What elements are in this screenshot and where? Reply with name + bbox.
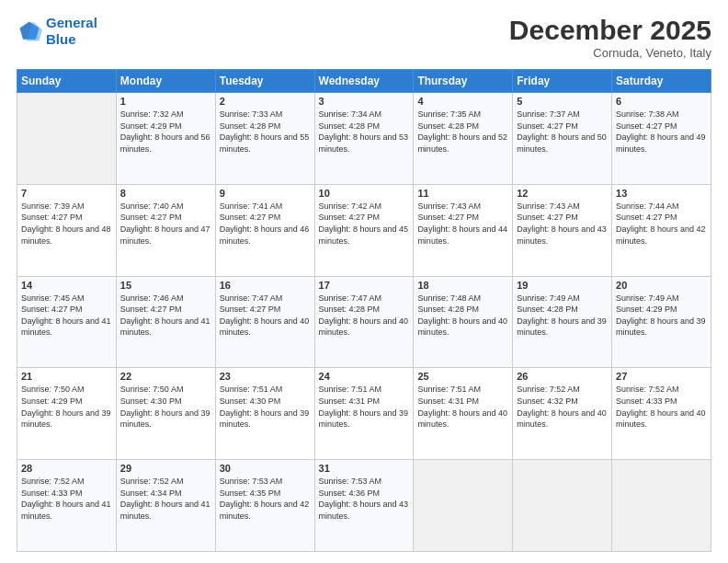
daylight-text: Daylight: 8 hours and 55 minutes.	[220, 132, 310, 154]
daylight-text: Daylight: 8 hours and 43 minutes.	[319, 500, 409, 521]
sunset-text: Sunset: 4:36 PM	[319, 488, 381, 498]
calendar-cell: 13Sunrise: 7:44 AMSunset: 4:27 PMDayligh…	[612, 184, 711, 276]
daylight-text: Daylight: 8 hours and 56 minutes.	[120, 132, 210, 154]
calendar-cell: 14Sunrise: 7:45 AMSunset: 4:27 PMDayligh…	[17, 276, 117, 368]
header: General Blue December 2025 Cornuda, Vene…	[17, 15, 711, 60]
day-info: Sunrise: 7:52 AMSunset: 4:33 PMDaylight:…	[21, 476, 112, 522]
calendar-cell: 1Sunrise: 7:32 AMSunset: 4:29 PMDaylight…	[116, 93, 215, 185]
sunrise-text: Sunrise: 7:49 AM	[616, 293, 679, 303]
calendar-cell	[513, 460, 612, 552]
sunset-text: Sunset: 4:34 PM	[120, 488, 182, 498]
sunrise-text: Sunrise: 7:34 AM	[319, 109, 382, 119]
calendar-cell: 26Sunrise: 7:52 AMSunset: 4:32 PMDayligh…	[513, 368, 612, 460]
sunset-text: Sunset: 4:31 PM	[417, 396, 479, 406]
weekday-header-sunday: Sunday	[17, 70, 117, 93]
daylight-text: Daylight: 8 hours and 41 minutes.	[21, 500, 111, 521]
weekday-header-wednesday: Wednesday	[314, 70, 414, 93]
day-number: 30	[220, 463, 311, 474]
day-info: Sunrise: 7:52 AMSunset: 4:32 PMDaylight:…	[517, 384, 608, 430]
daylight-text: Daylight: 8 hours and 42 minutes.	[220, 500, 310, 521]
calendar-cell: 4Sunrise: 7:35 AMSunset: 4:28 PMDaylight…	[414, 93, 513, 185]
calendar-cell: 19Sunrise: 7:49 AMSunset: 4:28 PMDayligh…	[513, 276, 612, 368]
sunset-text: Sunset: 4:28 PM	[220, 121, 281, 131]
calendar-table: SundayMondayTuesdayWednesdayThursdayFrid…	[17, 69, 711, 552]
daylight-text: Daylight: 8 hours and 40 minutes.	[616, 408, 706, 430]
weekday-header-tuesday: Tuesday	[215, 70, 314, 93]
sunset-text: Sunset: 4:27 PM	[616, 121, 677, 131]
calendar-cell: 29Sunrise: 7:52 AMSunset: 4:34 PMDayligh…	[116, 460, 215, 552]
day-info: Sunrise: 7:51 AMSunset: 4:31 PMDaylight:…	[319, 384, 410, 430]
sunset-text: Sunset: 4:27 PM	[319, 213, 381, 222]
sunrise-text: Sunrise: 7:53 AM	[319, 477, 382, 486]
calendar-cell: 10Sunrise: 7:42 AMSunset: 4:27 PMDayligh…	[314, 184, 414, 276]
sunset-text: Sunset: 4:30 PM	[120, 396, 182, 406]
day-info: Sunrise: 7:50 AMSunset: 4:30 PMDaylight:…	[120, 384, 211, 430]
calendar-cell: 24Sunrise: 7:51 AMSunset: 4:31 PMDayligh…	[314, 368, 414, 460]
calendar-cell: 17Sunrise: 7:47 AMSunset: 4:28 PMDayligh…	[314, 276, 414, 368]
calendar-cell	[17, 93, 117, 185]
calendar-week-4: 21Sunrise: 7:50 AMSunset: 4:29 PMDayligh…	[17, 368, 711, 460]
sunset-text: Sunset: 4:28 PM	[517, 304, 578, 314]
day-info: Sunrise: 7:51 AMSunset: 4:31 PMDaylight:…	[417, 384, 508, 430]
page: General Blue December 2025 Cornuda, Vene…	[0, 0, 728, 563]
sunset-text: Sunset: 4:32 PM	[517, 396, 578, 406]
day-number: 1	[120, 96, 211, 107]
day-info: Sunrise: 7:43 AMSunset: 4:27 PMDaylight:…	[517, 201, 608, 247]
sunrise-text: Sunrise: 7:43 AM	[517, 201, 580, 211]
calendar-cell: 12Sunrise: 7:43 AMSunset: 4:27 PMDayligh…	[513, 184, 612, 276]
calendar-cell: 31Sunrise: 7:53 AMSunset: 4:36 PMDayligh…	[314, 460, 414, 552]
daylight-text: Daylight: 8 hours and 41 minutes.	[120, 316, 210, 338]
logo-text: General Blue	[46, 15, 97, 48]
day-info: Sunrise: 7:35 AMSunset: 4:28 PMDaylight:…	[417, 109, 508, 155]
daylight-text: Daylight: 8 hours and 49 minutes.	[616, 132, 706, 154]
daylight-text: Daylight: 8 hours and 52 minutes.	[417, 132, 507, 154]
sunset-text: Sunset: 4:28 PM	[319, 304, 381, 314]
day-info: Sunrise: 7:42 AMSunset: 4:27 PMDaylight:…	[319, 201, 410, 247]
sunrise-text: Sunrise: 7:45 AM	[21, 293, 85, 303]
sunset-text: Sunset: 4:27 PM	[220, 304, 281, 314]
sunset-text: Sunset: 4:29 PM	[21, 396, 83, 406]
month-title: December 2025	[509, 15, 711, 46]
day-info: Sunrise: 7:40 AMSunset: 4:27 PMDaylight:…	[120, 201, 211, 247]
logo-icon	[17, 18, 42, 44]
sunset-text: Sunset: 4:27 PM	[120, 304, 182, 314]
calendar-cell: 30Sunrise: 7:53 AMSunset: 4:35 PMDayligh…	[215, 460, 314, 552]
daylight-text: Daylight: 8 hours and 44 minutes.	[417, 224, 507, 246]
sunrise-text: Sunrise: 7:52 AM	[616, 385, 679, 394]
calendar-cell: 8Sunrise: 7:40 AMSunset: 4:27 PMDaylight…	[116, 184, 215, 276]
day-info: Sunrise: 7:43 AMSunset: 4:27 PMDaylight:…	[417, 201, 508, 247]
day-number: 3	[319, 96, 410, 107]
day-info: Sunrise: 7:39 AMSunset: 4:27 PMDaylight:…	[21, 201, 112, 247]
sunrise-text: Sunrise: 7:52 AM	[517, 385, 580, 394]
daylight-text: Daylight: 8 hours and 53 minutes.	[319, 132, 409, 154]
day-info: Sunrise: 7:49 AMSunset: 4:29 PMDaylight:…	[616, 293, 707, 339]
calendar-cell: 7Sunrise: 7:39 AMSunset: 4:27 PMDaylight…	[17, 184, 117, 276]
calendar-cell: 11Sunrise: 7:43 AMSunset: 4:27 PMDayligh…	[414, 184, 513, 276]
daylight-text: Daylight: 8 hours and 40 minutes.	[220, 316, 310, 338]
day-info: Sunrise: 7:34 AMSunset: 4:28 PMDaylight:…	[319, 109, 410, 155]
sunrise-text: Sunrise: 7:48 AM	[417, 293, 481, 303]
day-number: 31	[319, 463, 410, 474]
sunset-text: Sunset: 4:31 PM	[319, 396, 381, 406]
sunset-text: Sunset: 4:27 PM	[21, 304, 83, 314]
day-number: 20	[616, 280, 707, 291]
sunrise-text: Sunrise: 7:35 AM	[417, 109, 481, 119]
day-info: Sunrise: 7:50 AMSunset: 4:29 PMDaylight:…	[21, 384, 112, 430]
day-info: Sunrise: 7:32 AMSunset: 4:29 PMDaylight:…	[120, 109, 211, 155]
calendar-cell: 16Sunrise: 7:47 AMSunset: 4:27 PMDayligh…	[215, 276, 314, 368]
daylight-text: Daylight: 8 hours and 40 minutes.	[417, 316, 507, 338]
calendar-cell	[414, 460, 513, 552]
sunrise-text: Sunrise: 7:50 AM	[21, 385, 85, 394]
day-number: 23	[220, 371, 311, 382]
calendar-cell: 18Sunrise: 7:48 AMSunset: 4:28 PMDayligh…	[414, 276, 513, 368]
daylight-text: Daylight: 8 hours and 47 minutes.	[120, 224, 210, 246]
day-number: 12	[517, 188, 608, 199]
day-number: 18	[417, 280, 508, 291]
day-info: Sunrise: 7:41 AMSunset: 4:27 PMDaylight:…	[220, 201, 311, 247]
daylight-text: Daylight: 8 hours and 39 minutes.	[616, 316, 706, 338]
calendar-week-2: 7Sunrise: 7:39 AMSunset: 4:27 PMDaylight…	[17, 184, 711, 276]
day-number: 17	[319, 280, 410, 291]
calendar-cell: 25Sunrise: 7:51 AMSunset: 4:31 PMDayligh…	[414, 368, 513, 460]
day-number: 9	[220, 188, 311, 199]
calendar-week-3: 14Sunrise: 7:45 AMSunset: 4:27 PMDayligh…	[17, 276, 711, 368]
